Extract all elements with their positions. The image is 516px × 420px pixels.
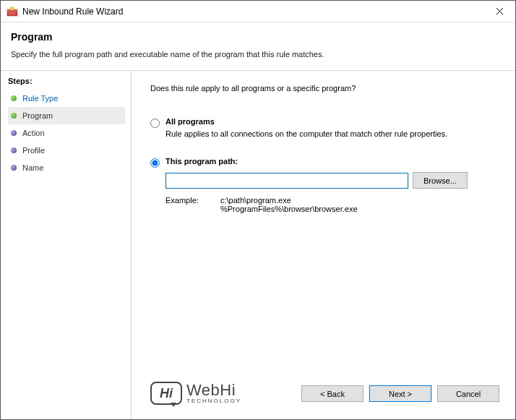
back-button[interactable]: < Back: [301, 385, 364, 402]
radio-program-path[interactable]: [150, 158, 160, 168]
watermark-main: WebHi: [186, 382, 241, 398]
step-label: Program: [22, 111, 53, 120]
example-paths: c:\path\program.exe %ProgramFiles%\brows…: [220, 196, 358, 213]
step-label: Profile: [22, 146, 45, 155]
scope-question: Does this rule apply to all programs or …: [150, 84, 501, 93]
step-bullet-icon: [11, 95, 17, 101]
svg-rect-5: [12, 12, 15, 14]
steps-label: Steps:: [8, 77, 125, 85]
footer-buttons: < Back Next > Cancel: [301, 385, 499, 402]
step-rule-type[interactable]: Rule Type: [8, 90, 125, 107]
option-program-path[interactable]: This program path:: [150, 157, 501, 168]
step-program[interactable]: Program: [8, 107, 125, 124]
watermark: Hi WebHi TECHNOLOGY: [150, 382, 241, 405]
watermark-badge-text: Hi: [160, 386, 173, 401]
option-all-programs-desc: Rule applies to all connections on the c…: [165, 129, 501, 138]
step-label: Action: [22, 129, 45, 137]
svg-rect-4: [9, 12, 12, 14]
program-path-row: Browse...: [165, 172, 501, 189]
close-button[interactable]: [483, 1, 515, 22]
titlebar: New Inbound Rule Wizard: [1, 1, 515, 22]
step-label: Name: [22, 163, 43, 172]
wizard-dialog: New Inbound Rule Wizard Program Specify …: [0, 0, 516, 420]
svg-rect-1: [7, 9, 10, 12]
firewall-icon: [7, 6, 18, 17]
window-title: New Inbound Rule Wizard: [22, 7, 483, 17]
option-all-programs[interactable]: All programs: [150, 117, 501, 128]
option-all-programs-label: All programs: [165, 117, 215, 126]
cancel-button[interactable]: Cancel: [437, 385, 499, 402]
svg-rect-3: [14, 9, 17, 12]
step-bullet-icon: [11, 130, 17, 136]
step-bullet-icon: [11, 147, 17, 153]
step-profile[interactable]: Profile: [8, 142, 125, 159]
watermark-sub: TECHNOLOGY: [186, 398, 241, 404]
step-label: Rule Type: [22, 94, 58, 103]
watermark-badge: Hi: [150, 382, 182, 405]
steps-sidebar: Steps: Rule Type Program Action Profile …: [1, 71, 131, 419]
step-bullet-icon: [11, 113, 17, 119]
page-header: Program Specify the full program path an…: [1, 22, 515, 71]
example-row: Example: c:\path\program.exe %ProgramFil…: [165, 196, 501, 213]
radio-all-programs[interactable]: [150, 119, 160, 128]
step-name[interactable]: Name: [8, 159, 125, 176]
example-label: Example:: [165, 196, 220, 213]
body: Steps: Rule Type Program Action Profile …: [1, 71, 515, 419]
step-bullet-icon: [11, 165, 17, 171]
close-icon: [496, 7, 504, 15]
page-description: Specify the full program path and execut…: [11, 50, 505, 59]
browse-button[interactable]: Browse...: [413, 172, 468, 189]
next-button[interactable]: Next >: [369, 385, 431, 402]
step-action[interactable]: Action: [8, 124, 125, 142]
option-program-path-label: This program path:: [165, 157, 238, 166]
content-pane: Does this rule apply to all programs or …: [132, 71, 515, 419]
program-path-input[interactable]: [165, 173, 408, 189]
page-heading: Program: [11, 31, 505, 43]
